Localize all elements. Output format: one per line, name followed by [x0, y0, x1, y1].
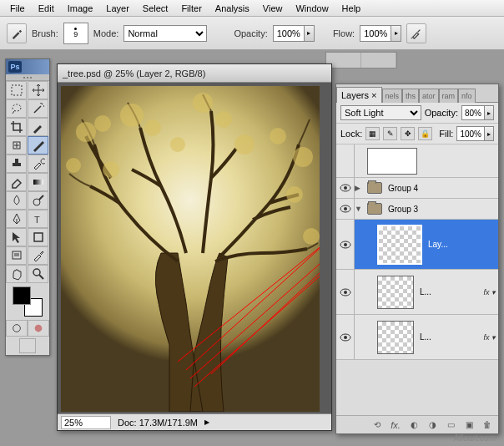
blend-mode-select[interactable]: Normal [123, 25, 207, 42]
visibility-toggle[interactable] [336, 270, 355, 314]
pen-tool[interactable] [6, 210, 27, 228]
lock-position-button[interactable]: ✥ [401, 127, 415, 140]
move-tool[interactable] [28, 81, 48, 99]
layer-group-row[interactable]: ▼ Group 3 [336, 199, 498, 220]
flow-label: Flow: [333, 28, 355, 38]
standard-mode-button[interactable] [6, 320, 28, 337]
visibility-toggle[interactable] [336, 315, 355, 359]
layer-row[interactable] [336, 144, 498, 178]
blur-tool[interactable] [6, 191, 27, 210]
lock-transparency-button[interactable]: ▦ [365, 127, 380, 140]
svg-point-18 [270, 128, 286, 144]
visibility-toggle[interactable] [336, 178, 355, 198]
layer-name[interactable]: Lay... [425, 240, 498, 249]
marquee-tool[interactable] [6, 81, 27, 99]
zoom-tool[interactable] [28, 265, 48, 283]
fill-input[interactable]: 100%▸ [456, 126, 494, 141]
menu-file[interactable]: File [3, 2, 32, 15]
layer-mask-button[interactable]: ◐ [406, 418, 421, 432]
type-tool[interactable]: T [28, 210, 48, 228]
brush-preview[interactable]: 9 [63, 23, 88, 44]
layer-row[interactable]: L... fx ▾ [336, 315, 498, 360]
document-titlebar[interactable]: _tree.psd @ 25% (Layer 2, RGB/8) [58, 64, 331, 83]
airbrush-button[interactable] [406, 23, 426, 43]
notes-tool[interactable] [6, 246, 27, 265]
delete-layer-button[interactable]: 🗑 [480, 418, 495, 432]
tab-channels[interactable]: nels [382, 89, 403, 103]
lock-pixels-button[interactable]: ✎ [383, 127, 397, 140]
menu-edit[interactable]: Edit [32, 2, 61, 15]
menu-window[interactable]: Window [289, 2, 335, 15]
new-group-button[interactable]: ▭ [443, 418, 458, 432]
menu-layer[interactable]: Layer [99, 2, 136, 15]
layer-name[interactable]: L... [416, 287, 483, 296]
eyedropper-tool[interactable] [28, 246, 48, 265]
dodge-tool[interactable] [28, 191, 48, 210]
drag-handle[interactable] [6, 74, 49, 81]
expand-toggle[interactable]: ▶ [355, 184, 365, 192]
slice-tool[interactable] [28, 118, 48, 136]
layer-row[interactable]: L... fx ▾ [336, 270, 498, 315]
menu-image[interactable]: Image [61, 2, 100, 15]
visibility-toggle[interactable] [336, 144, 355, 177]
tab-info[interactable]: nfo [458, 89, 476, 103]
fx-badge[interactable]: fx ▾ [483, 288, 498, 296]
visibility-toggle[interactable] [336, 199, 355, 219]
quickmask-mode-button[interactable] [28, 320, 49, 337]
lasso-tool[interactable] [6, 99, 27, 118]
layer-group-row[interactable]: ▶ Group 4 [336, 178, 498, 199]
gradient-tool[interactable] [28, 173, 48, 191]
layer-name[interactable]: L... [416, 332, 483, 342]
hand-tool[interactable] [6, 265, 27, 283]
shape-tool[interactable] [28, 228, 48, 246]
link-layers-button[interactable]: ⟲ [370, 418, 385, 432]
svg-point-9 [13, 325, 21, 332]
layer-opacity-label: Opacity: [425, 108, 458, 118]
foreground-color-swatch[interactable] [13, 286, 31, 305]
layer-thumbnail[interactable] [377, 225, 422, 265]
flow-input[interactable]: 100%▸ [360, 25, 401, 42]
new-layer-button[interactable]: ▣ [461, 418, 476, 432]
layer-thumbnail[interactable] [377, 276, 414, 309]
menu-select[interactable]: Select [136, 2, 175, 15]
layer-thumbnail[interactable] [367, 148, 417, 175]
menu-view[interactable]: View [256, 2, 290, 15]
lock-all-button[interactable]: 🔒 [418, 127, 432, 140]
tab-paths[interactable]: ths [402, 89, 419, 103]
layer-thumbnail[interactable] [377, 321, 414, 354]
stamp-tool[interactable] [6, 155, 27, 173]
tab-histogram[interactable]: ram [439, 89, 459, 103]
menu-filter[interactable]: Filter [174, 2, 208, 15]
svg-point-8 [33, 269, 40, 276]
history-brush-tool[interactable] [28, 155, 48, 173]
layer-blend-mode-select[interactable]: Soft Light [340, 105, 421, 120]
tool-preset-button[interactable] [7, 23, 27, 43]
tab-layers[interactable]: Layers × [336, 87, 382, 103]
brush-tool[interactable] [28, 136, 48, 155]
healing-tool[interactable] [6, 136, 27, 155]
path-select-tool[interactable] [6, 228, 27, 246]
fx-badge[interactable]: fx ▾ [483, 333, 498, 342]
adjustment-layer-button[interactable]: ◑ [425, 418, 440, 432]
layer-style-button[interactable]: fx. [388, 418, 403, 432]
layer-name[interactable]: Group 3 [385, 205, 498, 214]
zoom-field[interactable]: 25% [61, 416, 111, 429]
layer-opacity-input[interactable]: 80%▸ [461, 105, 494, 120]
canvas[interactable] [61, 86, 320, 412]
svg-point-21 [103, 161, 119, 178]
visibility-toggle[interactable] [336, 220, 355, 269]
color-swatches[interactable] [13, 286, 43, 317]
menu-analysis[interactable]: Analysis [209, 2, 256, 15]
tab-navigator[interactable]: ator [419, 89, 439, 103]
wand-tool[interactable] [28, 99, 48, 118]
svg-point-20 [286, 186, 303, 203]
opacity-input[interactable]: 100%▸ [273, 25, 315, 42]
screen-mode-button[interactable] [19, 338, 36, 353]
crop-tool[interactable] [6, 118, 27, 136]
layer-row[interactable]: Lay... [336, 220, 498, 270]
eraser-tool[interactable] [6, 173, 27, 191]
layer-name[interactable]: Group 4 [385, 184, 498, 193]
expand-toggle[interactable]: ▼ [355, 205, 365, 213]
menu-help[interactable]: Help [335, 2, 368, 15]
minimized-window-tabs[interactable] [325, 52, 397, 68]
